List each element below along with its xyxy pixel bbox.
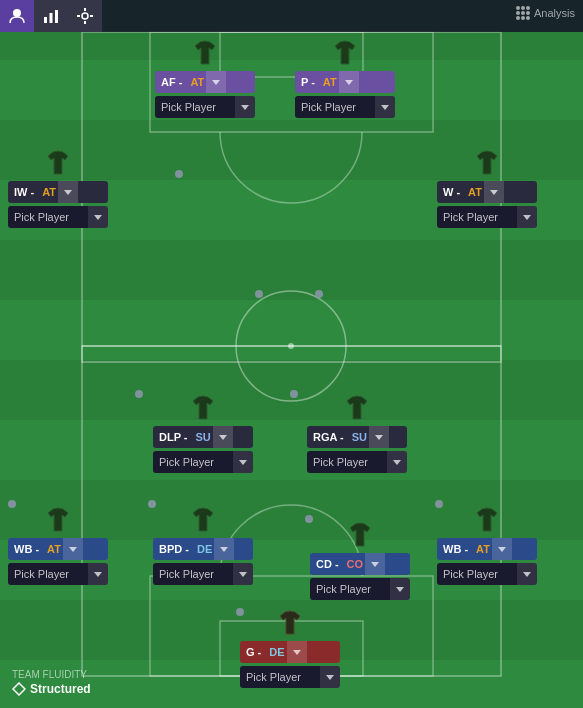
svg-rect-30 <box>90 15 93 17</box>
role-dropdown-wb-right[interactable] <box>492 538 512 560</box>
pitch-container: Analysis AF - AT Pick Player P - AT Pick… <box>0 0 583 708</box>
pick-player-wb-left[interactable]: Pick Player <box>8 563 108 585</box>
pick-dropdown-wb-right[interactable] <box>517 563 537 585</box>
dot-center-left <box>255 290 263 298</box>
pick-player-w[interactable]: Pick Player <box>437 206 537 228</box>
pick-label-dlp: Pick Player <box>153 454 233 470</box>
pick-player-p[interactable]: Pick Player <box>295 96 395 118</box>
role-badge-rga[interactable]: RGA - SU <box>307 426 407 448</box>
role-label-w: W - <box>437 184 466 200</box>
role-dropdown-cd[interactable] <box>365 553 385 575</box>
role-badge-w[interactable]: W - AT <box>437 181 537 203</box>
pick-dropdown-p[interactable] <box>375 96 395 118</box>
role-dropdown-wb-left[interactable] <box>63 538 83 560</box>
role-dropdown-gk[interactable] <box>287 641 307 663</box>
svg-rect-29 <box>77 15 80 17</box>
role-dropdown-bpd[interactable] <box>214 538 234 560</box>
dot-mid-lower-right <box>290 390 298 398</box>
duty-w: AT <box>466 184 484 200</box>
svg-point-21 <box>288 343 294 349</box>
role-badge-gk[interactable]: G - DE <box>240 641 340 663</box>
pick-player-bpd[interactable]: Pick Player <box>153 563 253 585</box>
duty-gk: DE <box>267 644 286 660</box>
grid-icon <box>516 6 530 20</box>
svg-rect-6 <box>0 300 583 360</box>
pick-label-gk: Pick Player <box>240 669 320 685</box>
position-cd: CD - CO Pick Player <box>310 520 410 600</box>
chart-icon-btn[interactable] <box>34 0 68 32</box>
position-wb-left: WB - AT Pick Player <box>8 505 108 585</box>
team-fluidity-title: TEAM FLUIDITY <box>12 669 91 680</box>
role-label-af: AF - <box>155 74 188 90</box>
role-badge-af[interactable]: AF - AT <box>155 71 255 93</box>
role-dropdown-iw[interactable] <box>58 181 78 203</box>
shirt-dlp <box>188 393 218 423</box>
shirt-gk <box>275 608 305 638</box>
role-dropdown-af[interactable] <box>206 71 226 93</box>
person-icon-btn[interactable] <box>0 0 34 32</box>
role-badge-wb-left[interactable]: WB - AT <box>8 538 108 560</box>
position-af: AF - AT Pick Player <box>155 38 255 118</box>
duty-cd: CO <box>345 556 366 572</box>
pick-dropdown-iw[interactable] <box>88 206 108 228</box>
duty-af: AT <box>188 74 206 90</box>
role-dropdown-w[interactable] <box>484 181 504 203</box>
shirt-bpd <box>188 505 218 535</box>
pick-player-iw[interactable]: Pick Player <box>8 206 108 228</box>
duty-bpd: DE <box>195 541 214 557</box>
pick-label-p: Pick Player <box>295 99 375 115</box>
settings-icon-btn[interactable] <box>68 0 102 32</box>
team-fluidity-value[interactable]: Structured <box>12 682 91 696</box>
role-badge-bpd[interactable]: BPD - DE <box>153 538 253 560</box>
shirt-cd <box>345 520 375 550</box>
pick-label-wb-right: Pick Player <box>437 566 517 582</box>
duty-rga: SU <box>350 429 369 445</box>
svg-rect-27 <box>84 8 86 11</box>
analysis-button[interactable]: Analysis <box>516 6 575 20</box>
fluidity-label: Structured <box>30 682 91 696</box>
position-gk: G - DE Pick Player <box>240 608 340 688</box>
pick-label-iw: Pick Player <box>8 209 88 225</box>
pick-dropdown-w[interactable] <box>517 206 537 228</box>
shirt-p <box>330 38 360 68</box>
pick-player-rga[interactable]: Pick Player <box>307 451 407 473</box>
svg-point-26 <box>82 13 88 19</box>
role-badge-iw[interactable]: IW - AT <box>8 181 108 203</box>
role-badge-wb-right[interactable]: WB - AT <box>437 538 537 560</box>
role-dropdown-p[interactable] <box>339 71 359 93</box>
pick-dropdown-bpd[interactable] <box>233 563 253 585</box>
pick-dropdown-af[interactable] <box>235 96 255 118</box>
role-label-wb-right: WB - <box>437 541 474 557</box>
pick-dropdown-gk[interactable] <box>320 666 340 688</box>
header-bar: Analysis <box>0 0 583 32</box>
svg-rect-25 <box>55 10 58 23</box>
role-dropdown-dlp[interactable] <box>213 426 233 448</box>
role-badge-dlp[interactable]: DLP - SU <box>153 426 253 448</box>
duty-wb-left: AT <box>45 541 63 557</box>
pick-label-w: Pick Player <box>437 209 517 225</box>
position-rga: RGA - SU Pick Player <box>307 393 407 473</box>
role-badge-cd[interactable]: CD - CO <box>310 553 410 575</box>
pick-dropdown-wb-left[interactable] <box>88 563 108 585</box>
pick-dropdown-dlp[interactable] <box>233 451 253 473</box>
position-w: W - AT Pick Player <box>437 148 537 228</box>
pick-dropdown-rga[interactable] <box>387 451 407 473</box>
pick-player-dlp[interactable]: Pick Player <box>153 451 253 473</box>
role-label-wb-left: WB - <box>8 541 45 557</box>
duty-p: AT <box>321 74 339 90</box>
pick-player-gk[interactable]: Pick Player <box>240 666 340 688</box>
pick-player-af[interactable]: Pick Player <box>155 96 255 118</box>
pick-player-wb-right[interactable]: Pick Player <box>437 563 537 585</box>
svg-rect-2 <box>0 60 583 120</box>
role-badge-p[interactable]: P - AT <box>295 71 395 93</box>
pick-label-bpd: Pick Player <box>153 566 233 582</box>
pick-label-cd: Pick Player <box>310 581 390 597</box>
role-dropdown-rga[interactable] <box>369 426 389 448</box>
duty-wb-right: AT <box>474 541 492 557</box>
pick-dropdown-cd[interactable] <box>390 578 410 600</box>
pick-player-cd[interactable]: Pick Player <box>310 578 410 600</box>
analysis-label: Analysis <box>534 7 575 19</box>
duty-dlp: SU <box>194 429 213 445</box>
role-label-rga: RGA - <box>307 429 350 445</box>
dot-mid-left <box>175 170 183 178</box>
